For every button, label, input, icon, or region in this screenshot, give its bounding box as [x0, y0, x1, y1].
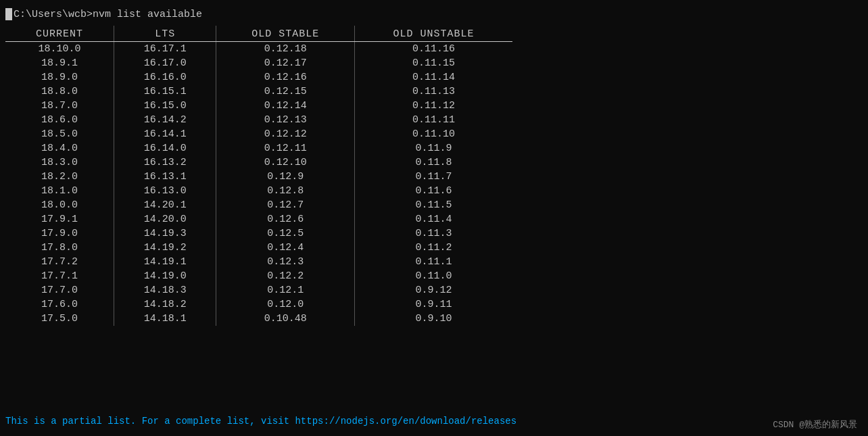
table-cell: 17.7.2 — [5, 255, 114, 269]
table-cell: 14.19.2 — [114, 241, 216, 255]
table-cell: 16.14.2 — [114, 113, 216, 127]
table-cell: 14.18.2 — [114, 297, 216, 312]
table-cell: 18.8.0 — [5, 84, 114, 99]
table-cell: 0.12.10 — [216, 155, 355, 170]
table-cell: 0.12.12 — [216, 127, 355, 141]
table-row: 18.8.016.15.10.12.150.11.13 — [5, 84, 512, 99]
table-cell: 0.11.10 — [355, 127, 512, 141]
col-old-stable: OLD STABLE — [216, 26, 355, 42]
table-cell: 18.1.0 — [5, 184, 114, 198]
table-cell: 0.11.0 — [355, 269, 512, 283]
table-cell: 0.12.8 — [216, 184, 355, 198]
table-cell: 0.11.2 — [355, 241, 512, 255]
table-cell: 14.20.0 — [114, 212, 216, 226]
table-cell: 0.12.4 — [216, 241, 355, 255]
table-cell: 0.12.17 — [216, 56, 355, 70]
table-cell: 0.11.11 — [355, 113, 512, 127]
table-cell: 14.19.1 — [114, 255, 216, 269]
table-cell: 0.12.3 — [216, 255, 355, 269]
table-cell: 17.6.0 — [5, 297, 114, 312]
table-cell: 17.9.1 — [5, 212, 114, 226]
table-row: 17.7.214.19.10.12.30.11.1 — [5, 255, 512, 269]
table-cell: 17.8.0 — [5, 241, 114, 255]
table-cell: 0.11.14 — [355, 70, 512, 84]
table-row: 18.7.016.15.00.12.140.11.12 — [5, 99, 512, 113]
table-cell: 0.11.9 — [355, 141, 512, 155]
table-cell: 16.13.0 — [114, 184, 216, 198]
table-cell: 0.9.10 — [355, 312, 512, 326]
table-row: 18.3.016.13.20.12.100.11.8 — [5, 155, 512, 170]
table-cell: 16.15.1 — [114, 84, 216, 99]
table-cell: 0.11.4 — [355, 212, 512, 226]
table-cell: 0.11.13 — [355, 84, 512, 99]
table-cell: 0.9.12 — [355, 283, 512, 297]
watermark: CSDN @熟悉的新风景 — [773, 418, 857, 431]
table-cell: 0.11.1 — [355, 255, 512, 269]
table-cell: 0.12.16 — [216, 70, 355, 84]
table-cell: 0.11.5 — [355, 198, 512, 212]
table-cell: 16.16.0 — [114, 70, 216, 84]
table-row: 18.0.014.20.10.12.70.11.5 — [5, 198, 512, 212]
table-cell: 0.12.15 — [216, 84, 355, 99]
table-row: 17.7.114.19.00.12.20.11.0 — [5, 269, 512, 283]
table-cell: 18.5.0 — [5, 127, 114, 141]
table-container: CURRENT LTS OLD STABLE OLD UNSTABLE 18.1… — [0, 26, 868, 326]
table-row: 18.1.016.13.00.12.80.11.6 — [5, 184, 512, 198]
table-cell: 14.18.3 — [114, 283, 216, 297]
table-cell: 18.0.0 — [5, 198, 114, 212]
table-cell: 0.9.11 — [355, 297, 512, 312]
table-row: 17.7.014.18.30.12.10.9.12 — [5, 283, 512, 297]
table-cell: 0.11.15 — [355, 56, 512, 70]
table-row: 17.6.014.18.20.12.00.9.11 — [5, 297, 512, 312]
table-cell: 14.20.1 — [114, 198, 216, 212]
table-row: 18.10.016.17.10.12.180.11.16 — [5, 42, 512, 57]
table-cell: 18.7.0 — [5, 99, 114, 113]
table-cell: 0.11.12 — [355, 99, 512, 113]
table-cell: 0.12.18 — [216, 42, 355, 57]
table-cell: 0.12.1 — [216, 283, 355, 297]
table-cell: 18.3.0 — [5, 155, 114, 170]
table-cell: 0.12.14 — [216, 99, 355, 113]
command-line: C:\Users\wcb>nvm list available — [0, 5, 868, 23]
table-cell: 0.12.2 — [216, 269, 355, 283]
table-row: 17.8.014.19.20.12.40.11.2 — [5, 241, 512, 255]
table-cell: 16.15.0 — [114, 99, 216, 113]
table-cell: 16.14.1 — [114, 127, 216, 141]
table-cell: 17.9.0 — [5, 226, 114, 241]
table-cell: 17.7.0 — [5, 283, 114, 297]
table-row: 18.9.116.17.00.12.170.11.15 — [5, 56, 512, 70]
table-row: 17.5.014.18.10.10.480.9.10 — [5, 312, 512, 326]
table-row: 17.9.114.20.00.12.60.11.4 — [5, 212, 512, 226]
table-cell: 14.19.3 — [114, 226, 216, 241]
table-cell: 16.17.1 — [114, 42, 216, 57]
table-row: 18.2.016.13.10.12.90.11.7 — [5, 170, 512, 184]
table-cell: 0.12.6 — [216, 212, 355, 226]
col-old-unstable: OLD UNSTABLE — [355, 26, 512, 42]
table-cell: 16.17.0 — [114, 56, 216, 70]
col-lts: LTS — [114, 26, 216, 42]
table-row: 18.9.016.16.00.12.160.11.14 — [5, 70, 512, 84]
table-cell: 16.13.2 — [114, 155, 216, 170]
table-row: 18.4.016.14.00.12.110.11.9 — [5, 141, 512, 155]
table-cell: 0.11.7 — [355, 170, 512, 184]
table-cell: 0.11.16 — [355, 42, 512, 57]
table-cell: 0.12.5 — [216, 226, 355, 241]
table-cell: 17.5.0 — [5, 312, 114, 326]
table-cell: 14.18.1 — [114, 312, 216, 326]
table-cell: 0.11.3 — [355, 226, 512, 241]
table-row: 17.9.014.19.30.12.50.11.3 — [5, 226, 512, 241]
table-cell: 0.11.6 — [355, 184, 512, 198]
table-cell: 18.10.0 — [5, 42, 114, 57]
table-cell: 0.10.48 — [216, 312, 355, 326]
nvm-table: CURRENT LTS OLD STABLE OLD UNSTABLE 18.1… — [5, 26, 512, 326]
table-row: 18.6.016.14.20.12.130.11.11 — [5, 113, 512, 127]
table-row: 18.5.016.14.10.12.120.11.10 — [5, 127, 512, 141]
table-cell: 18.9.0 — [5, 70, 114, 84]
cursor — [5, 8, 12, 20]
table-body: 18.10.016.17.10.12.180.11.1618.9.116.17.… — [5, 42, 512, 326]
terminal-window: C:\Users\wcb>nvm list available CURRENT … — [0, 0, 868, 436]
table-cell: 18.2.0 — [5, 170, 114, 184]
command-text: C:\Users\wcb>nvm list available — [14, 9, 202, 20]
table-cell: 0.12.0 — [216, 297, 355, 312]
col-current: CURRENT — [5, 26, 114, 42]
